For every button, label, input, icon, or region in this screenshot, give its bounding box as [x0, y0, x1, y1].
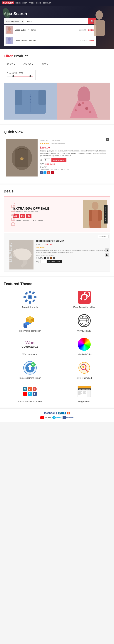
slider-color-row: COLOR:: [36, 257, 107, 259]
price-range-label: Price: $211 - $850: [7, 72, 33, 74]
svg-rect-77: [78, 392, 81, 393]
view-all-btn[interactable]: VIEW ALL: [98, 235, 109, 238]
size-guide[interactable]: SIZE GUIDE: [45, 163, 55, 165]
svg-rect-37: [25, 292, 28, 295]
feature-seo: SEO Optimized: [58, 360, 110, 379]
title-accent: Filter: [4, 54, 13, 58]
color-dot-dark[interactable]: [53, 257, 55, 259]
vimeo-logo[interactable]: V vimeo: [52, 416, 61, 419]
range-slider[interactable]: [7, 76, 33, 76]
svg-rect-73: [86, 389, 88, 390]
nav-pages[interactable]: PAGES: [29, 2, 34, 4]
svg-rect-81: [83, 392, 86, 393]
slider-price-old: $250.00: [36, 244, 43, 246]
svg-rect-40: [32, 292, 35, 295]
search-result-item[interactable]: Dress Butter Fly Flower $174.00 $119.00: [4, 25, 96, 35]
qty-input[interactable]: [44, 158, 50, 162]
social-footer-bar: facebook | W D J: [4, 412, 110, 414]
quick-view-title: Quick View: [4, 130, 110, 134]
color-label-slider: COLOR:: [36, 257, 43, 259]
product-brand: BAGS KUTE FASHION: [40, 140, 108, 141]
product-card-1[interactable]: [4, 82, 57, 120]
price-dropdown: Price: $211 - $850: [4, 70, 35, 80]
color-dot-black[interactable]: [44, 257, 46, 259]
deals-vertical-label: DEALS.: [10, 202, 17, 226]
share-facebook[interactable]: f: [40, 171, 43, 174]
product-reviews: 4 customer reviews: [51, 143, 65, 145]
quick-view-details: BAGS KUTE FASHION ★★★★★ 4 customer revie…: [40, 140, 108, 176]
price-old-2: $169.00: [81, 40, 87, 42]
svg-point-21: [89, 111, 91, 113]
browse-store-btn[interactable]: BROWSE STORE: [104, 205, 108, 224]
slider-qty-row: Qty: 🛒 ADD TO CART: [36, 260, 107, 263]
facebook-link[interactable]: facebook |: [44, 412, 57, 414]
svg-rect-39: [24, 299, 28, 303]
youtube-logo[interactable]: ▶ YouTube: [40, 416, 51, 419]
svg-rect-38: [32, 299, 35, 302]
size-filter-btn[interactable]: SIZE ▾: [39, 62, 51, 67]
platform-logos: W D J: [58, 412, 70, 414]
svg-rect-79: [78, 394, 81, 395]
footer: facebook | W D J ▶ YouTube V vimeo f fac…: [0, 408, 114, 422]
slider-add-to-cart[interactable]: 🛒 ADD TO CART: [47, 260, 62, 263]
svg-rect-36: [34, 296, 36, 298]
svg-rect-71: [79, 389, 81, 390]
next-arrow[interactable]: ▶: [105, 253, 109, 257]
svg-point-18: [85, 107, 88, 110]
social-share: f t g+ P: [40, 171, 108, 174]
nav-home[interactable]: HOME: [15, 2, 20, 4]
feature-one-click: One click Demo Import: [4, 360, 56, 379]
price-old-1: $174.00: [79, 29, 86, 31]
color-dot-gray[interactable]: [47, 257, 49, 259]
color-filter-btn[interactable]: COLOR ▾: [21, 62, 36, 67]
price-filter-btn[interactable]: PRICE ▾: [4, 62, 18, 67]
modal-close-btn[interactable]: ✕: [106, 138, 109, 141]
ajax-search-section: Ajax Search All Categories 🔍 Dress Butte…: [0, 6, 114, 49]
search-result-item-2[interactable]: Dress Terebop Fashion $169.00 $73.00: [4, 35, 96, 46]
facebook-logo-footer[interactable]: f facebook: [63, 416, 74, 419]
color-dot-brown[interactable]: [50, 257, 52, 259]
search-input[interactable]: [24, 18, 88, 24]
cat-bags[interactable]: BAGS: [38, 220, 43, 222]
feature-powerful-admin: Powerfull admin: [4, 290, 56, 309]
cat-ties[interactable]: TIES: [31, 220, 35, 222]
cats-label: Categorized:: [40, 168, 49, 170]
size-row: SIZE: SIZE GUIDE: [40, 163, 108, 165]
social-media-icon: W J D ▶ V f: [23, 384, 37, 399]
woo-icon: Woo COMMERCE: [23, 337, 37, 352]
search-results: Dress Butter Fly Flower $174.00 $119.00 …: [4, 25, 96, 46]
svg-rect-29: [89, 210, 92, 221]
nav-blog[interactable]: BLOG: [36, 2, 41, 4]
share-twitter[interactable]: t: [43, 171, 46, 174]
slider-price-new: $150.00: [45, 244, 52, 246]
gear-icon: [23, 290, 37, 304]
search-category[interactable]: All Categories: [4, 18, 24, 24]
prev-arrow[interactable]: ◀: [105, 248, 109, 252]
product-card-2[interactable]: [57, 82, 111, 120]
search-bar: All Categories 🔍: [4, 18, 96, 24]
feature-label-admin: Powerfull admin: [22, 306, 38, 309]
sku-label: SKU:: [40, 166, 44, 168]
feature-label-mega: Mega menu: [78, 400, 90, 403]
sku-value: N/A: [44, 166, 47, 168]
svg-point-14: [30, 102, 31, 103]
result-image-2: [5, 37, 13, 44]
qty-row: Qty ADD TO CART: [40, 158, 108, 162]
nav-contact[interactable]: CONTACT: [43, 2, 51, 4]
feature-unlimited-color: Unlimited Color: [58, 337, 110, 356]
svg-rect-33: [29, 291, 31, 294]
product-stars: ★★★★★: [40, 142, 49, 145]
qty-input-slider[interactable]: [40, 260, 46, 263]
header: NEWBOLD HOME SHOP PAGES BLOG CONTACT: [0, 0, 114, 6]
share-google-plus[interactable]: g+: [47, 171, 50, 174]
svg-rect-78: [78, 393, 82, 394]
share-pinterest[interactable]: P: [51, 171, 54, 174]
nav-shop[interactable]: SHOP: [22, 2, 27, 4]
add-to-cart-btn[interactable]: ADD TO CART: [51, 158, 67, 162]
svg-rect-72: [82, 389, 85, 390]
feature-mega-menu: Mega menu: [58, 384, 110, 403]
thumb-left[interactable]: [12, 75, 14, 77]
thumb-right[interactable]: [29, 75, 31, 77]
svg-rect-35: [23, 296, 26, 298]
svg-marker-43: [80, 297, 82, 300]
